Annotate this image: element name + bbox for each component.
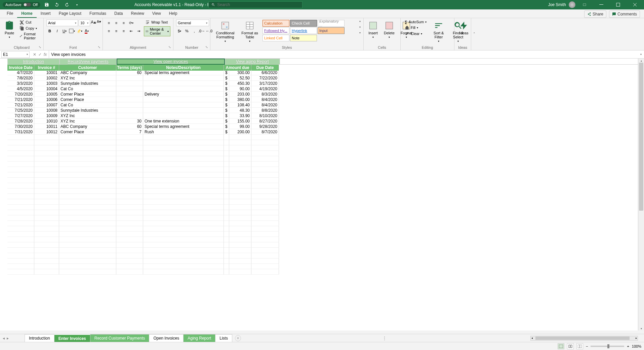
cell[interactable] [7, 258, 34, 264]
cell[interactable] [59, 205, 116, 210]
cell[interactable] [143, 221, 224, 226]
cell[interactable] [224, 210, 229, 215]
cell[interactable] [143, 264, 224, 269]
cell[interactable]: 10001 [34, 70, 59, 75]
cell[interactable] [143, 194, 224, 199]
cell[interactable] [229, 232, 251, 237]
cell[interactable] [116, 102, 143, 108]
cell[interactable] [229, 156, 251, 162]
bold-button[interactable]: B [46, 28, 53, 34]
cell[interactable] [59, 135, 116, 140]
ribbon-tab-view[interactable]: View [148, 10, 165, 18]
cell[interactable] [251, 162, 279, 167]
cell[interactable]: 7/30/2020 [7, 124, 34, 129]
cell-style[interactable]: Followed Hy... [263, 27, 289, 34]
table-row[interactable] [0, 237, 638, 242]
cell[interactable] [7, 215, 34, 221]
cell[interactable] [34, 162, 59, 167]
table-row[interactable] [0, 248, 638, 253]
copy-button[interactable]: Copy▾ [18, 26, 41, 31]
cell[interactable]: Delivery [143, 92, 224, 97]
cell[interactable]: $ [224, 124, 229, 129]
cell[interactable] [143, 210, 224, 215]
cell[interactable] [229, 215, 251, 221]
accounting-format-icon[interactable]: $▾ [176, 28, 183, 34]
tab-prev-icon[interactable]: ◂ [3, 336, 5, 341]
cell[interactable]: 200.00 [229, 129, 251, 135]
cell[interactable] [116, 167, 143, 172]
scroll-right-icon[interactable]: ▸ [636, 337, 637, 340]
cell[interactable] [251, 226, 279, 232]
cell[interactable] [229, 172, 251, 178]
sheet-tab[interactable]: Open Invoices [149, 334, 184, 342]
cell[interactable] [229, 248, 251, 253]
cell[interactable] [116, 140, 143, 145]
cell[interactable] [59, 178, 116, 183]
cell[interactable]: One time extension [143, 118, 224, 124]
increase-decimal-icon[interactable]: .0→ [198, 28, 205, 34]
cell[interactable] [251, 183, 279, 188]
cell[interactable] [7, 140, 34, 145]
cell[interactable] [34, 167, 59, 172]
cell[interactable] [229, 205, 251, 210]
cell[interactable] [251, 172, 279, 178]
cell[interactable] [7, 199, 34, 205]
cell[interactable] [224, 215, 229, 221]
cell[interactable] [224, 205, 229, 210]
ribbon-tab-formulas[interactable]: Formulas [85, 10, 110, 18]
cell[interactable]: 7/20/2020 [7, 92, 34, 97]
table-row[interactable]: 7/31/202010012Corner Place7Rush$200.008/… [0, 129, 638, 135]
cell[interactable] [59, 156, 116, 162]
comma-format-icon[interactable]: , [191, 28, 198, 34]
cell[interactable] [229, 210, 251, 215]
cell[interactable]: 380.00 [229, 97, 251, 102]
cell[interactable] [143, 145, 224, 151]
cell[interactable]: 10011 [34, 124, 59, 129]
cell[interactable]: $ [224, 70, 229, 75]
cell[interactable] [116, 188, 143, 194]
cell[interactable] [34, 172, 59, 178]
ideas-button[interactable]: Ideas [457, 20, 471, 36]
cell-style[interactable]: Explanatory ... [318, 20, 345, 27]
cell[interactable] [224, 151, 229, 156]
delete-cells-button[interactable]: Delete▾ [382, 20, 397, 40]
cell[interactable] [59, 242, 116, 248]
table-row[interactable] [0, 210, 638, 215]
cell[interactable] [7, 194, 34, 199]
dialog-launcher-icon[interactable]: ⤡ [39, 45, 43, 49]
cell[interactable] [229, 221, 251, 226]
cell[interactable] [7, 264, 34, 269]
cell[interactable] [224, 135, 229, 140]
cell[interactable] [251, 145, 279, 151]
cell[interactable] [229, 226, 251, 232]
cell[interactable] [116, 162, 143, 167]
cell[interactable]: 7/27/2020 [7, 113, 34, 118]
normal-view-icon[interactable] [558, 343, 564, 349]
table-row[interactable] [0, 145, 638, 151]
table-row[interactable] [0, 140, 638, 145]
cell[interactable] [143, 232, 224, 237]
clear-button[interactable]: Clear▾ [403, 31, 428, 36]
cell[interactable]: 10004 [34, 86, 59, 92]
cell[interactable] [143, 140, 224, 145]
cell[interactable] [116, 232, 143, 237]
cell[interactable] [7, 145, 34, 151]
cell[interactable] [59, 151, 116, 156]
cell[interactable] [116, 264, 143, 269]
avatar[interactable] [569, 1, 575, 8]
cell[interactable] [59, 162, 116, 167]
cell[interactable] [59, 188, 116, 194]
cell[interactable] [116, 172, 143, 178]
cell[interactable] [116, 145, 143, 151]
minimize-icon[interactable] [594, 0, 609, 9]
cell[interactable] [143, 172, 224, 178]
cell[interactable] [143, 226, 224, 232]
cell[interactable] [251, 140, 279, 145]
expand-formula-icon[interactable]: ▾ [638, 53, 644, 56]
align-right-icon[interactable]: ≡ [120, 28, 127, 34]
cell[interactable] [116, 178, 143, 183]
zoom-in-icon[interactable]: + [627, 344, 629, 348]
cell[interactable] [229, 264, 251, 269]
cell[interactable] [224, 172, 229, 178]
cell[interactable] [59, 237, 116, 242]
